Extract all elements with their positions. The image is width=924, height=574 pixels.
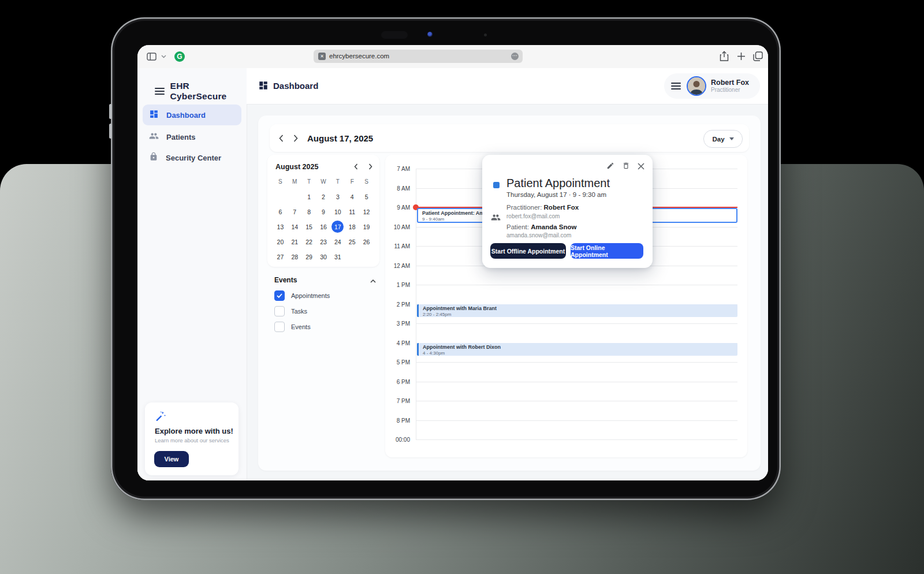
sidebar-item-patients[interactable]: Patients — [143, 128, 241, 146]
avatar[interactable] — [687, 76, 706, 96]
time-label: 10 AM — [385, 224, 410, 230]
popover-datetime: Thursday, August 17 · 9 - 9:30 am — [506, 191, 606, 198]
user-menu[interactable]: Robert Fox Practitioner — [664, 73, 760, 99]
calendar-day[interactable]: 3 — [330, 191, 345, 203]
calendar-day[interactable]: 22 — [302, 236, 316, 248]
time-label: 00:00 — [385, 437, 410, 443]
share-icon[interactable] — [720, 51, 729, 62]
calendar-day[interactable]: 26 — [359, 236, 374, 248]
previous-day-icon[interactable] — [279, 134, 284, 144]
event-maria-brant[interactable]: Appointment with Maria Brant 2:20 - 2:45… — [417, 304, 737, 317]
time-label: 3 PM — [385, 320, 410, 327]
time-label: 7 PM — [385, 398, 410, 404]
hour-gridline — [416, 323, 737, 324]
calendar-day[interactable]: 16 — [316, 221, 331, 233]
filter-tasks[interactable]: Tasks — [274, 306, 379, 316]
calendar-day[interactable]: 8 — [302, 206, 316, 218]
calendar-day[interactable]: 27 — [273, 251, 288, 263]
mini-calendar-next-icon[interactable] — [368, 162, 372, 172]
calendar-day[interactable]: 19 — [359, 221, 374, 233]
sidebar-item-security-center[interactable]: Security Center — [143, 148, 241, 167]
calendar-day[interactable]: 21 — [288, 236, 302, 248]
event-robert-dixon[interactable]: Appointment with Robert Dixon 4 - 4:30pm — [417, 343, 737, 356]
sidebar-item-dashboard[interactable]: Dashboard — [143, 105, 241, 125]
calendar-day[interactable]: 11 — [345, 206, 359, 218]
volume-down-button — [109, 124, 112, 139]
calendar-day[interactable]: 6 — [273, 206, 288, 218]
sidebar: EHR CyberSecure Dashboard Patients — [137, 68, 247, 480]
user-menu-icon[interactable] — [671, 81, 681, 91]
time-label: 9 AM — [385, 204, 410, 211]
calendar-day[interactable]: 23 — [316, 236, 331, 248]
mini-calendar-prev-icon[interactable] — [354, 162, 358, 172]
brand: EHR CyberSecure — [148, 81, 247, 102]
calendar-day[interactable]: 14 — [288, 221, 302, 233]
calendar-day[interactable]: 4 — [345, 191, 359, 203]
events-checkbox[interactable] — [274, 322, 285, 332]
close-icon[interactable] — [638, 162, 644, 172]
calendar-day[interactable]: 12 — [359, 206, 374, 218]
sidebar-toggle-icon[interactable] — [147, 53, 157, 61]
calendar-day[interactable]: 30 — [316, 251, 331, 263]
calendar-day — [288, 191, 302, 203]
filter-appointments[interactable]: Appointments — [274, 290, 379, 301]
calendar-day[interactable]: 15 — [302, 221, 316, 233]
collapse-icon[interactable] — [370, 275, 376, 285]
calendar-day[interactable]: 1 — [302, 191, 316, 203]
reader-more-icon[interactable]: ⋯ — [511, 53, 519, 60]
volume-up-button — [109, 104, 112, 119]
hour-gridline — [416, 285, 737, 285]
browser-toolbar: G ✕ ehrcybersecure.com ⋯ — [137, 45, 768, 69]
calendar-day[interactable]: 28 — [288, 251, 302, 263]
start-offline-appointment-button[interactable]: Start Offline Appointment — [490, 243, 566, 259]
patients-icon — [149, 131, 159, 143]
event-filters: Events Appointments — [267, 275, 379, 332]
tasks-checkbox[interactable] — [274, 306, 285, 316]
calendar-day[interactable]: 7 — [288, 206, 302, 218]
address-bar[interactable]: ✕ ehrcybersecure.com ⋯ — [314, 50, 523, 63]
sidebar-nav: Dashboard Patients Security Center — [143, 105, 241, 169]
front-camera — [427, 32, 433, 37]
tablet-frame: G ✕ ehrcybersecure.com ⋯ — [111, 17, 781, 500]
calendar-day-header: T — [302, 176, 316, 188]
new-tab-icon[interactable] — [737, 52, 746, 61]
edit-icon[interactable] — [606, 162, 614, 172]
speaker-grille — [381, 31, 408, 39]
popover-participants: Practitioner: Robert Fox robert.fox@mail… — [506, 204, 579, 243]
sidebar-item-label: Security Center — [166, 154, 221, 162]
calendar-day[interactable]: 10 — [330, 206, 345, 218]
calendar-day[interactable]: 5 — [359, 191, 374, 203]
delete-icon[interactable] — [622, 162, 630, 172]
calendar-day[interactable]: 13 — [273, 221, 288, 233]
grammarly-extension-icon[interactable]: G — [174, 51, 185, 62]
filter-label: Tasks — [291, 308, 307, 315]
calendar-day[interactable]: 31 — [330, 251, 345, 263]
calendar-day[interactable]: 2 — [316, 191, 331, 203]
calendar-day[interactable]: 9 — [316, 206, 331, 218]
calendar-day[interactable]: 24 — [330, 236, 345, 248]
calendar-day[interactable]: 25 — [345, 236, 359, 248]
menu-icon[interactable] — [155, 86, 165, 96]
calendar-day-header: S — [273, 176, 288, 188]
appointments-checkbox[interactable] — [274, 290, 285, 301]
check-icon — [277, 293, 282, 298]
event-color-swatch — [493, 182, 500, 188]
calendar-day[interactable]: 18 — [345, 221, 359, 233]
user-name: Robert Fox — [711, 79, 749, 87]
view-button[interactable]: View — [154, 451, 189, 467]
view-select[interactable]: Day — [703, 130, 743, 148]
calendar-day[interactable]: 17 — [330, 221, 345, 233]
tab-overview-icon[interactable] — [753, 51, 763, 61]
url-text: ehrcybersecure.com — [329, 53, 389, 59]
mini-calendar-grid: SMTWTFS123456789101112131415161718192021… — [273, 176, 374, 263]
calendar-day-selected[interactable]: 17 — [331, 221, 344, 233]
filter-events[interactable]: Events — [274, 322, 379, 332]
time-label: 4 PM — [385, 340, 410, 346]
next-day-icon[interactable] — [293, 134, 298, 144]
practitioner-name: Robert Fox — [544, 204, 579, 211]
start-online-appointment-button[interactable]: Start Online Appointment — [571, 243, 643, 259]
chevron-down-icon[interactable] — [161, 55, 166, 58]
time-label: 12 AM — [385, 263, 410, 269]
calendar-day[interactable]: 20 — [273, 236, 288, 248]
calendar-day[interactable]: 29 — [302, 251, 316, 263]
